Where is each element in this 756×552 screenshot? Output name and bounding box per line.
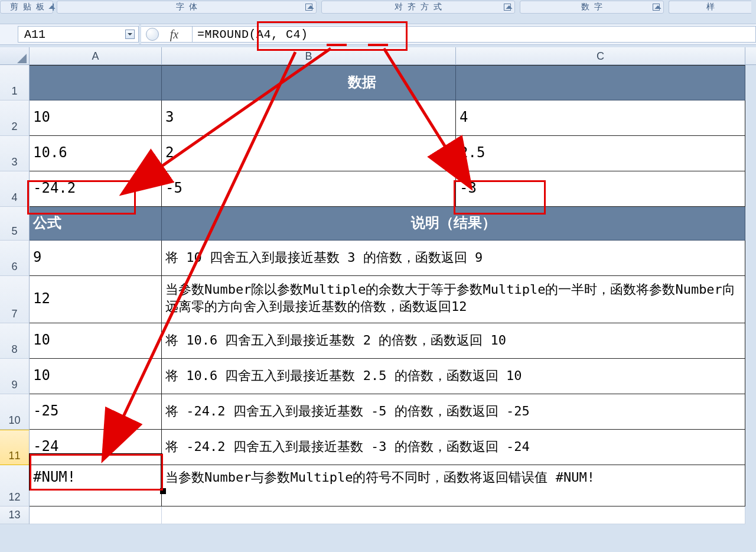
ribbon-group-label: 剪贴板 [5,2,49,12]
cell-BC7[interactable]: 当参数Number除以参数Multiple的余数大于等于参数Multiple的一… [162,276,745,323]
cell-text: -24 [33,437,58,456]
cell-A12[interactable]: #NUM! [30,465,162,506]
cell-C2[interactable]: 4 [456,100,745,136]
row-header[interactable]: 1 [0,65,30,100]
cell-BC9[interactable]: 将 10.6 四舍五入到最接近基数 2.5 的倍数，函数返回 10 [162,359,745,394]
row-header[interactable]: 10 [0,394,30,430]
dialog-launcher-icon[interactable] [504,4,511,11]
cell-BC6[interactable]: 将 10 四舍五入到最接近基数 3 的倍数，函数返回 9 [162,241,745,276]
cell-B3[interactable]: 2 [162,136,456,171]
cell-text: -3 [460,178,477,197]
cell-BC8[interactable]: 将 10.6 四舍五入到最接近基数 2 的倍数，函数返回 10 [162,323,745,359]
cell-text: 2.5 [460,143,485,162]
ribbon-groups: 剪贴板 字体 对齐方式 数字 样 [0,0,756,14]
ribbon-group-clipboard[interactable]: 剪贴板 [0,1,53,14]
cell-BC13[interactable] [162,506,745,524]
cell-text: 将 10 四舍五入到最接近基数 3 的倍数，函数返回 9 [165,249,483,266]
cell-C1[interactable] [456,65,745,100]
cell-BC11[interactable]: 将 -24.2 四舍五入到最接近基数 -3 的倍数，函数返回 -24 [162,430,745,465]
cell-A2[interactable]: 10 [30,100,162,136]
ribbon-group-label: 字体 [62,2,311,12]
cell-text: 10 [33,366,50,385]
dropdown-icon[interactable] [125,30,135,39]
col-header-C[interactable]: C [456,47,745,64]
cell-text: 将 -24.2 四舍五入到最接近基数 -3 的倍数，函数返回 -24 [165,438,530,455]
cell-text: -5 [165,178,183,197]
cell-text: 当参数Number与参数Multiple的符号不同时，函数将返回错误值 #NUM… [165,469,595,486]
ribbon-group-label: 对齐方式 [327,2,510,12]
cell-text: 4 [460,108,468,126]
cell-B4[interactable]: -5 [162,171,456,207]
cell-B2[interactable]: 3 [162,100,456,136]
cell-A4[interactable]: -24.2 [30,171,162,207]
cell-text: 9 [33,248,41,267]
cell-text: 3 [165,108,174,126]
cell-BC12[interactable]: 当参数Number与参数Multiple的符号不同时，函数将返回错误值 #NUM… [162,465,745,506]
dialog-launcher-icon[interactable] [305,4,312,11]
cell-A10[interactable]: -25 [30,394,162,430]
cell-text: 将 10.6 四舍五入到最接近基数 2 的倍数，函数返回 10 [165,332,506,349]
ribbon-group-number[interactable]: 数字 [520,1,664,14]
spreadsheet-grid[interactable]: 1 数据 2 10 3 4 3 10.6 2 2.5 4 -24.2 -5 -3… [0,65,756,552]
row-header[interactable]: 12 [0,465,30,506]
cell-B1[interactable]: 数据 [162,65,456,100]
ribbon-group-label: 数字 [525,2,659,12]
cell-text: 将 -24.2 四舍五入到最接近基数 -5 的倍数，函数返回 -25 [165,402,530,420]
cell-A8[interactable]: 10 [30,323,162,359]
dialog-launcher-icon[interactable] [53,4,54,11]
column-headers: A B C [0,47,756,65]
dialog-launcher-icon[interactable] [653,4,660,11]
row-header[interactable]: 7 [0,276,30,323]
ribbon-group-label: 样 [674,2,747,12]
cell-A3[interactable]: 10.6 [30,136,162,171]
ribbon-group-styles[interactable]: 样 [669,1,751,14]
ribbon-group-align[interactable]: 对齐方式 [321,1,515,14]
cell-text: 说明（结果） [411,213,496,232]
cell-text: 10.6 [33,143,67,162]
row-header[interactable]: 4 [0,171,30,207]
row-header[interactable]: 3 [0,136,30,171]
select-all-button[interactable] [0,47,30,64]
cell-text: -25 [33,401,58,420]
row-header[interactable]: 6 [0,241,30,276]
formula-bar-row: A11 fx =MROUND(A4, C4) [0,24,756,45]
annotation-underline-c4 [368,44,388,46]
cell-BC5[interactable]: 说明（结果） [162,207,745,241]
header-text: 数据 [348,73,376,92]
cell-A1[interactable] [30,65,162,100]
cell-C3[interactable]: 2.5 [456,136,745,171]
row-header[interactable]: 9 [0,359,30,394]
row-header[interactable]: 13 [0,506,30,524]
cell-text: -24.2 [33,178,76,197]
cell-A5[interactable]: 公式 [30,207,162,241]
formula-input[interactable]: =MROUND(A4, C4) [193,26,756,43]
cell-A13[interactable] [30,506,162,524]
fx-icon[interactable]: fx [161,28,187,41]
row-header[interactable]: 2 [0,100,30,136]
col-header-A[interactable]: A [30,47,162,64]
row-header-active[interactable]: 11 [0,430,30,465]
cell-text: 将 10.6 四舍五入到最接近基数 2.5 的倍数，函数返回 10 [165,367,522,384]
name-box-value: A11 [24,28,45,41]
cell-A9[interactable]: 10 [30,359,162,394]
name-box[interactable]: A11 [18,26,139,43]
formula-text: =MROUND(A4, C4) [197,28,308,41]
cell-C4[interactable]: -3 [456,171,745,207]
cell-A11[interactable]: -24 [30,430,162,465]
row-header[interactable]: 5 [0,207,30,241]
cell-A7[interactable]: 12 [30,276,162,323]
cell-text: 10 [33,108,50,126]
col-header-B[interactable]: B [162,47,456,64]
formula-buttons: fx [141,26,193,43]
cell-text: 公式 [33,213,61,232]
cell-text: #NUM! [33,467,76,486]
cell-BC10[interactable]: 将 -24.2 四舍五入到最接近基数 -5 的倍数，函数返回 -25 [162,394,745,430]
cell-text: 2 [165,143,174,162]
annotation-underline-a4 [327,44,347,46]
cancel-icon[interactable] [146,28,159,41]
cell-text: 当参数Number除以参数Multiple的余数大于等于参数Multiple的一… [165,282,735,314]
cell-A6[interactable]: 9 [30,241,162,276]
ribbon-group-font[interactable]: 字体 [57,1,317,14]
fill-handle[interactable] [160,488,166,494]
row-header[interactable]: 8 [0,323,30,359]
